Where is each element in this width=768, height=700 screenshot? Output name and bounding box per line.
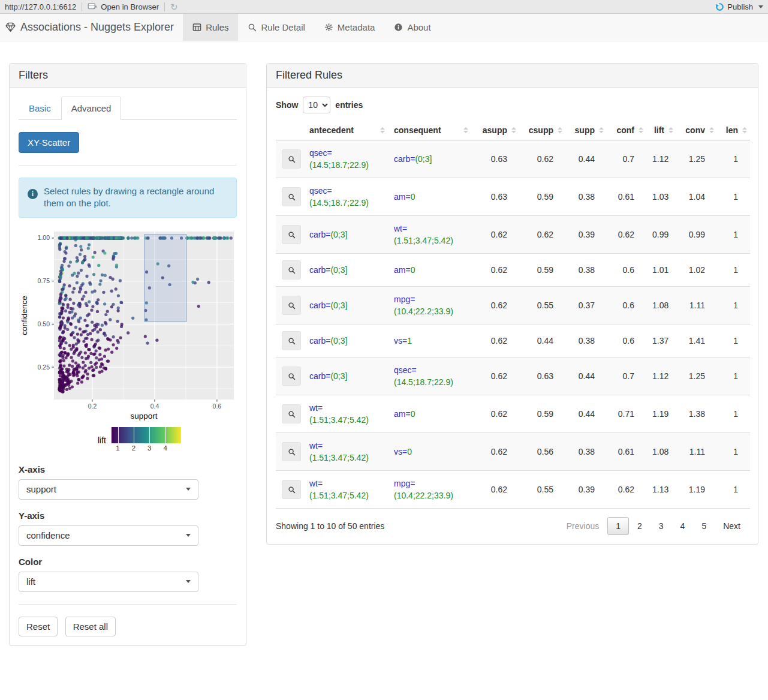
scatter-plot[interactable]: 0.20.40.60.250.500.751.00supportconfiden… [19, 227, 237, 453]
sort-icon[interactable] [668, 127, 673, 133]
row-detail-button[interactable] [282, 442, 301, 461]
navbar: Associations - Nuggets Explorer Rules Ru… [0, 14, 768, 41]
refresh-icon[interactable]: ↻ [170, 2, 178, 11]
sort-icon[interactable] [380, 127, 385, 133]
next-page-button[interactable]: Next [715, 517, 749, 535]
conf-value: 0.61 [607, 178, 646, 216]
column-header-consequent[interactable]: consequent [388, 121, 471, 140]
row-detail-button[interactable] [282, 296, 301, 315]
svg-text:1.00: 1.00 [38, 234, 50, 241]
lift-value: 1.01 [646, 254, 676, 287]
row-detail-button[interactable] [282, 187, 301, 206]
magnifier-icon [288, 155, 296, 163]
column-header-len[interactable]: len [717, 121, 750, 140]
page-button-2[interactable]: 2 [629, 517, 650, 535]
y-axis-label: Y-axis [19, 510, 237, 521]
page-length-select[interactable]: 10 [303, 97, 330, 113]
antecedent-cell: carb=(0;3] [303, 287, 388, 325]
conf-value: 0.6 [607, 325, 646, 357]
conf-value: 0.6 [607, 287, 646, 325]
csupp-value: 0.44 [519, 325, 565, 357]
lift-value: 0.99 [646, 216, 676, 254]
antecedent-cell: qsec=(14.5;18.7;22.9) [303, 140, 388, 178]
supp-value: 0.38 [565, 433, 607, 471]
tab-basic[interactable]: Basic [19, 97, 61, 120]
entries-label: entries [335, 100, 363, 110]
magnifier-icon [288, 410, 296, 418]
csupp-value: 0.59 [519, 395, 565, 433]
column-header-antecedent[interactable]: antecedent [303, 121, 388, 140]
xy-scatter-button[interactable]: XY-Scatter [19, 132, 79, 153]
lift-value: 1.19 [646, 395, 676, 433]
row-detail-button[interactable] [282, 480, 301, 499]
table-info: Showing 1 to 10 of 50 entries [276, 521, 384, 531]
conv-value: 1.02 [676, 254, 717, 287]
consequent-cell: vs=1 [388, 325, 471, 357]
supp-value: 0.44 [565, 395, 607, 433]
magnifier-icon [288, 266, 296, 274]
svg-text:0.75: 0.75 [38, 277, 50, 284]
tab-rule-detail[interactable]: Rule Detail [238, 14, 314, 41]
tab-metadata[interactable]: Metadata [315, 14, 385, 41]
info-icon [394, 23, 403, 32]
supp-value: 0.38 [565, 254, 607, 287]
chevron-down-icon[interactable] [758, 5, 763, 8]
page-button-1[interactable]: 1 [607, 517, 629, 535]
page-button-4[interactable]: 4 [672, 517, 694, 535]
tab-rules[interactable]: Rules [183, 14, 238, 41]
row-detail-button[interactable] [282, 225, 301, 244]
page-button-3[interactable]: 3 [650, 517, 672, 535]
column-header-supp[interactable]: supp [565, 121, 607, 140]
tab-about[interactable]: About [384, 14, 440, 41]
magnifier-icon [288, 231, 296, 239]
column-header-conv[interactable]: conv [676, 121, 717, 140]
tab-advanced[interactable]: Advanced [61, 97, 122, 120]
filter-tabs: Basic Advanced [19, 97, 237, 120]
conf-value: 0.62 [607, 216, 646, 254]
row-detail-button[interactable] [282, 260, 301, 280]
previous-page-button[interactable]: Previous [558, 517, 607, 535]
column-header-lift[interactable]: lift [646, 121, 676, 140]
len-value: 1 [717, 325, 750, 357]
table-row: wt=(1.51;3.47;5.42)vs=00.620.560.380.611… [276, 433, 750, 471]
row-detail-button[interactable] [282, 366, 301, 386]
len-value: 1 [717, 471, 750, 509]
page-button-5[interactable]: 5 [693, 517, 715, 535]
csupp-value: 0.62 [519, 140, 565, 178]
pagination: Previous12345Next [558, 517, 749, 535]
legend-tick-label: 2 [132, 444, 135, 452]
filters-panel: Filters Basic Advanced XY-Scatter Select… [9, 63, 246, 646]
consequent-cell: am=0 [388, 254, 471, 287]
sort-icon[interactable] [639, 127, 643, 133]
y-axis-select[interactable]: confidence [19, 525, 198, 546]
column-header-asupp[interactable]: asupp [471, 121, 519, 140]
row-detail-button[interactable] [282, 331, 301, 350]
column-header-conf[interactable]: conf [607, 121, 646, 140]
legend-tick-label: 1 [116, 444, 119, 452]
sort-icon[interactable] [742, 127, 747, 133]
color-select[interactable]: lift [19, 572, 198, 592]
sort-icon[interactable] [709, 127, 714, 133]
column-header-csupp[interactable]: csupp [519, 121, 565, 140]
csupp-value: 0.55 [519, 287, 565, 325]
conv-value: 0.99 [676, 216, 717, 254]
reset-all-button[interactable]: Reset all [65, 617, 116, 636]
sort-icon[interactable] [511, 127, 516, 133]
row-detail-button[interactable] [282, 404, 301, 423]
table-row: carb=(0;3]qsec=(14.5;18.7;22.9)0.620.630… [276, 357, 750, 395]
magnifier-icon [288, 193, 296, 201]
reset-button[interactable]: Reset [19, 617, 58, 636]
sort-icon[interactable] [599, 127, 604, 133]
open-in-browser-button[interactable]: Open in Browser [88, 2, 159, 11]
row-detail-button[interactable] [282, 149, 301, 169]
conv-value: 1.25 [676, 140, 717, 178]
consequent-cell: mpg=(10.4;22.2;33.9) [388, 287, 471, 325]
table-row: qsec=(14.5;18.7;22.9)am=00.630.590.380.6… [276, 178, 750, 216]
page-title: Associations - Nuggets Explorer [20, 21, 174, 34]
len-value: 1 [717, 216, 750, 254]
sort-icon[interactable] [558, 127, 562, 133]
x-axis-select[interactable]: support [19, 479, 198, 500]
asupp-value: 0.63 [471, 178, 519, 216]
sort-icon[interactable] [463, 127, 468, 133]
publish-button[interactable]: Publish [715, 2, 763, 11]
